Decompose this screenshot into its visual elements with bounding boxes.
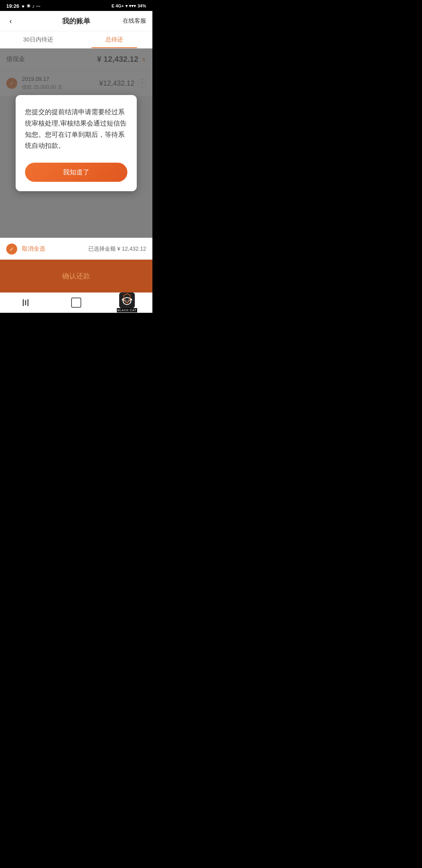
battery-level: 34% bbox=[138, 4, 146, 8]
nav-home-button[interactable] bbox=[51, 298, 102, 308]
main-content: 借现金 ¥ 12,432.12 ∧ ✓ 2019.09.17 借款 25,000… bbox=[0, 48, 152, 238]
customer-service-button[interactable]: 在线客服 bbox=[123, 17, 146, 25]
status-bar-left: 19:26 ● ☀ ♪ ··· bbox=[6, 3, 40, 9]
svg-point-8 bbox=[128, 300, 129, 301]
home-nav-icon bbox=[71, 298, 81, 308]
nav-recent-button[interactable]: BLACK CAT bbox=[102, 292, 152, 312]
phone-screen: 19:26 ● ☀ ♪ ··· E 4G+ ▾ ▾▾▾ 34% ‹ 我的账单 在… bbox=[0, 0, 152, 313]
dialog: 您提交的提前结清申请需要经过系统审核处理,审核结果会通过短信告知您。您可在订单到… bbox=[16, 95, 137, 192]
confirm-repayment-button[interactable]: 确认还款 bbox=[0, 265, 152, 287]
svg-point-9 bbox=[127, 301, 127, 302]
status-bar: 19:26 ● ☀ ♪ ··· E 4G+ ▾ ▾▾▾ 34% bbox=[0, 0, 152, 11]
signal-bars: ▾ ▾▾▾ bbox=[125, 4, 136, 9]
black-cat-area: BLACK CAT bbox=[117, 292, 137, 312]
dialog-confirm-button[interactable]: 我知道了 bbox=[25, 163, 127, 182]
status-bar-right: E 4G+ ▾ ▾▾▾ 34% bbox=[111, 4, 146, 9]
svg-point-7 bbox=[125, 300, 126, 301]
selected-amount-label: 已选择金额 ¥ 12,432.12 bbox=[50, 246, 146, 253]
cancel-all-label[interactable]: 取消全选 bbox=[22, 245, 45, 253]
system-nav-bar: BLACK CAT bbox=[0, 292, 152, 313]
black-cat-text: BLACK CAT bbox=[117, 308, 137, 312]
modal-overlay: 您提交的提前结清申请需要经过系统审核处理,审核结果会通过短信告知您。您可在订单到… bbox=[0, 48, 152, 238]
confirm-repayment-bar: 确认还款 bbox=[0, 260, 152, 292]
tab-total[interactable]: 总待还 bbox=[76, 31, 152, 48]
network-icon: E 4G+ bbox=[111, 4, 124, 8]
tab-30days[interactable]: 30日内待还 bbox=[0, 31, 76, 48]
tab-bar: 30日内待还 总待还 bbox=[0, 31, 152, 48]
top-navigation: ‹ 我的账单 在线客服 bbox=[0, 11, 152, 31]
bottom-selection-bar: ✓ 取消全选 已选择金额 ¥ 12,432.12 bbox=[0, 238, 152, 260]
status-icons: ● ☀ ♪ ··· bbox=[21, 3, 40, 9]
nav-back-button[interactable] bbox=[0, 299, 51, 306]
cancel-all-checkbox[interactable]: ✓ bbox=[6, 244, 17, 255]
black-cat-logo-icon bbox=[119, 292, 135, 308]
back-button[interactable]: ‹ bbox=[6, 15, 15, 27]
dialog-message: 您提交的提前结清申请需要经过系统审核处理,审核结果会通过短信告知您。您可在订单到… bbox=[25, 107, 127, 152]
page-title: 我的账单 bbox=[62, 16, 90, 26]
time-display: 19:26 bbox=[6, 3, 19, 9]
back-nav-icon bbox=[23, 299, 29, 306]
